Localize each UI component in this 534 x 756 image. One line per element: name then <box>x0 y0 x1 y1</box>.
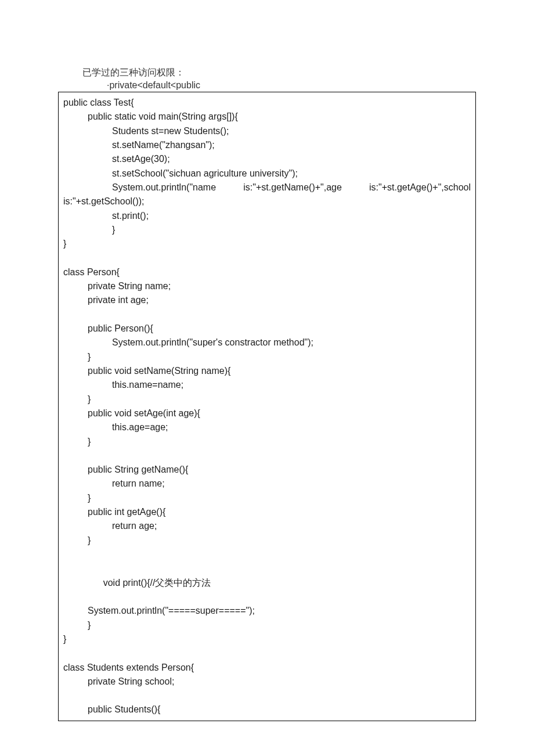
code-line: System.out.println("super's constractor … <box>63 336 471 350</box>
code-block: public class Test{ public static void ma… <box>58 92 476 721</box>
code-line: } <box>63 435 471 449</box>
code-line: } <box>63 618 471 632</box>
code-line <box>63 308 471 322</box>
code-line <box>63 449 471 463</box>
code-line: public Students(){ <box>63 703 471 717</box>
code-line: } <box>63 534 471 548</box>
code-line: st.setSchool("sichuan agriculture univer… <box>63 167 471 181</box>
code-line: public void setAge(int age){ <box>63 406 471 420</box>
code-line: this.name=name; <box>63 378 471 392</box>
code-line: return age; <box>63 519 471 533</box>
code-line: this.age=age; <box>63 420 471 434</box>
code-fragment: is:"+st.getName()+",age <box>243 181 342 195</box>
code-line: Students st=new Students(); <box>63 124 471 138</box>
code-line: st.setName("zhangsan"); <box>63 138 471 152</box>
code-comment-cn: 父类中的方法 <box>155 578 211 588</box>
code-fragment: void print(){// <box>103 578 156 588</box>
code-line: private String school; <box>63 675 471 689</box>
code-line: is:"+st.getSchool()); <box>63 195 471 208</box>
code-line <box>63 689 471 703</box>
code-line: return name; <box>63 477 471 491</box>
code-line: class Students extends Person{ <box>63 661 471 675</box>
bullet-text: ·private<default<public <box>107 80 476 91</box>
code-line: } <box>63 223 471 237</box>
code-line <box>63 646 471 660</box>
code-line <box>63 548 471 561</box>
code-line: public class Test{ <box>63 96 471 110</box>
code-line: private String name; <box>63 279 471 293</box>
code-fragment: System.out.println("name <box>112 181 216 195</box>
code-line <box>63 251 471 265</box>
code-line: } <box>63 491 471 505</box>
code-line: public int getAge(){ <box>63 505 471 519</box>
code-fragment: is:"+st.getAge()+",school <box>369 181 471 195</box>
code-line: void print(){//父类中的方法 <box>63 561 471 604</box>
code-line: } <box>63 393 471 406</box>
intro-text: 已学过的三种访问权限： <box>82 67 476 79</box>
code-line: System.out.println("=====super====="); <box>63 604 471 618</box>
code-line: } <box>63 632 471 646</box>
code-line: public void setName(String name){ <box>63 364 471 378</box>
code-line: st.setAge(30); <box>63 152 471 166</box>
code-line: public static void main(String args[]){ <box>63 110 471 124</box>
code-line: class Person{ <box>63 265 471 279</box>
code-line: public String getName(){ <box>63 463 471 477</box>
code-line: st.print(); <box>63 209 471 223</box>
code-line: } <box>63 350 471 364</box>
code-line: } <box>63 237 471 251</box>
code-line: public Person(){ <box>63 322 471 336</box>
code-line: System.out.println("name is:"+st.getName… <box>63 181 471 195</box>
code-line: private int age; <box>63 293 471 307</box>
